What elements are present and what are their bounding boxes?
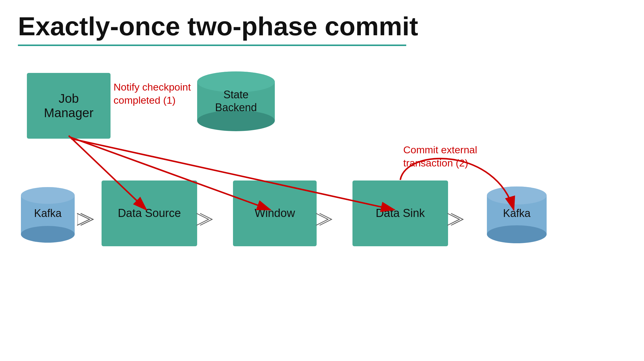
page-title: Exactly-once two-phase commit <box>18 12 626 41</box>
kafka-left-cylinder: Kafka <box>18 180 78 247</box>
data-source-box: Data Source <box>102 180 197 246</box>
diagram-area: Job Manager State Backend <box>18 64 626 288</box>
svg-text:State: State <box>223 88 249 101</box>
svg-point-9 <box>21 226 75 243</box>
title-underline <box>18 45 406 46</box>
state-backend-cylinder: State Backend <box>194 67 278 134</box>
svg-text:Kafka: Kafka <box>503 207 531 219</box>
job-manager-box: Job Manager <box>27 73 111 139</box>
notify-label: Notify checkpoint completed (1) <box>114 80 191 107</box>
kafka-right-cylinder: Kafka <box>484 180 550 247</box>
svg-text:Kafka: Kafka <box>34 207 62 219</box>
svg-point-14 <box>487 225 547 243</box>
svg-text:Backend: Backend <box>215 101 257 114</box>
page-container: Exactly-once two-phase commit Job Manage… <box>0 0 644 361</box>
svg-point-8 <box>21 187 75 204</box>
svg-point-13 <box>487 186 547 204</box>
data-sink-box: Data Sink <box>352 180 448 246</box>
window-box: Window <box>233 180 317 246</box>
commit-label: Commit external transaction (2) <box>403 143 477 169</box>
